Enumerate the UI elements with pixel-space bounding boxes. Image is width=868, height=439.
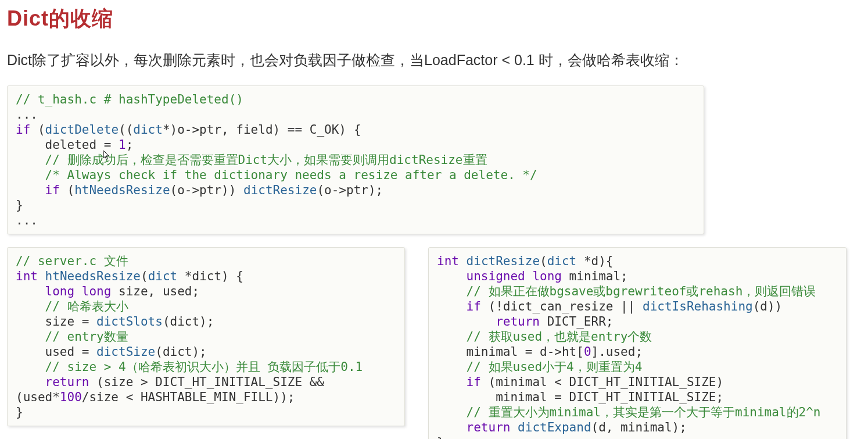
code-text: ; [126,138,134,152]
code-comment: // entry数量 [16,330,128,344]
code-text [437,299,467,313]
code-text [437,375,467,389]
code-text: minimal; [562,269,628,283]
code-keyword: if [467,299,481,313]
code-comment: // 重置大小为minimal，其实是第一个大于等于minimal的2^n [437,405,820,419]
section-title: Dict的收缩 [7,5,861,33]
code-type: dict [148,269,178,283]
code-text: minimal = DICT_HT_INITIAL_SIZE; [437,390,723,404]
code-number: 0 [584,345,591,359]
code-text [437,420,467,434]
code-text: (!dict_can_resize || [481,299,643,313]
code-text: ... [16,108,38,122]
code-text: (o->ptr)) [170,183,243,197]
code-text: (( [119,123,133,137]
code-keyword: if [16,123,30,137]
code-function: dictSlots [96,315,163,329]
code-function: dictExpand [518,420,591,434]
code-function: dictSize [96,345,155,359]
code-text: size = [16,315,96,329]
code-comment: // 如果used小于4，则重置为4 [437,360,642,374]
code-block-dictResize: int dictResize(dict *d){ unsigned long m… [428,247,847,439]
code-row: // server.c 文件 int htNeedsResize(dict *d… [7,247,861,439]
code-keyword: return [496,315,540,329]
code-comment: // 删除成功后，检查是否需要重置Dict大小，如果需要则调用dictResiz… [16,153,487,167]
code-comment: /* Always check if the dictionary needs … [16,168,537,182]
code-keyword: int [437,254,459,268]
code-text: used = [16,345,96,359]
code-block-hashTypeDeleted: // t_hash.c # hashTypeDeleted() ... if (… [7,85,704,234]
code-text [437,315,496,329]
code-text: (size > DICT_HT_INITIAL_SIZE && [89,375,324,389]
code-text: (dict); [163,315,214,329]
code-text: DICT_ERR; [540,315,613,329]
code-text: deleted [16,138,104,152]
code-keyword: if [467,375,481,389]
code-number: 100 [60,390,82,404]
code-text: *)o->ptr, field) == C_OK) { [163,123,361,137]
code-text [437,269,467,283]
code-text: *d){ [576,254,613,268]
code-text: } [16,405,23,419]
code-type: dict [547,254,577,268]
code-function: dictResize [243,183,317,197]
code-function: dictResize [467,254,540,268]
code-number: 1 [119,138,126,152]
code-text [510,420,518,434]
code-function: htNeedsResize [74,183,170,197]
code-keyword: if [45,183,60,197]
code-text [16,375,45,389]
code-text: (dict); [155,345,207,359]
code-comment: // 获取used，也就是entry个数 [437,330,652,344]
code-text: /size < HASHTABLE_MIN_FILL)); [82,390,295,404]
code-text: minimal = d->ht[ [437,345,584,359]
code-function: dictDelete [45,123,119,137]
code-text: } [16,198,23,212]
code-text: ... [16,213,38,227]
code-block-htNeedsResize: // server.c 文件 int htNeedsResize(dict *d… [7,247,405,426]
code-text [16,284,45,298]
code-comment: // 哈希表大小 [16,299,128,313]
intro-paragraph: Dict除了扩容以外，每次删除元素时，也会对负载因子做检查，当LoadFacto… [7,49,861,72]
code-text: ( [540,254,547,268]
code-keyword: long [532,269,562,283]
code-text: (d, minimal); [591,420,687,434]
code-comment: // size > 4（哈希表初识大小）并且 负载因子低于0.1 [16,360,363,374]
code-text: (o->ptr); [317,183,383,197]
code-text: (minimal < DICT_HT_INITIAL_SIZE) [481,375,723,389]
code-keyword: int [16,269,38,283]
code-keyword: return [45,375,89,389]
code-keyword: return [467,420,511,434]
code-keyword: long [82,284,112,298]
code-type: dict [133,123,163,137]
code-text: ].used; [591,345,643,359]
code-text: (used* [16,390,60,404]
code-function: htNeedsResize [45,269,141,283]
code-text: (d)) [753,299,783,313]
code-comment: // 如果正在做bgsave或bgrewriteof或rehash，则返回错误 [437,284,816,298]
code-comment: // server.c 文件 [16,254,128,268]
code-keyword: unsigned [467,269,525,283]
code-function: dictIsRehashing [643,299,753,313]
code-text: } [437,436,444,439]
code-text: ( [141,269,148,283]
code-keyword: long [45,284,75,298]
code-text: size, used; [111,284,199,298]
code-comment: // t_hash.c # hashTypeDeleted() [16,92,243,106]
code-text: *dict) { [177,269,243,283]
